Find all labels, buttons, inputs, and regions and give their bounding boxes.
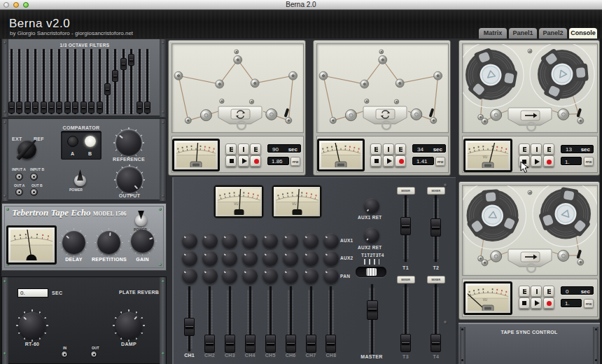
svg-text:VU: VU [483, 298, 487, 302]
svg-text:VU: VU [483, 155, 487, 159]
svg-text:VU: VU [234, 202, 238, 205]
svg-text:VU: VU [292, 202, 296, 205]
